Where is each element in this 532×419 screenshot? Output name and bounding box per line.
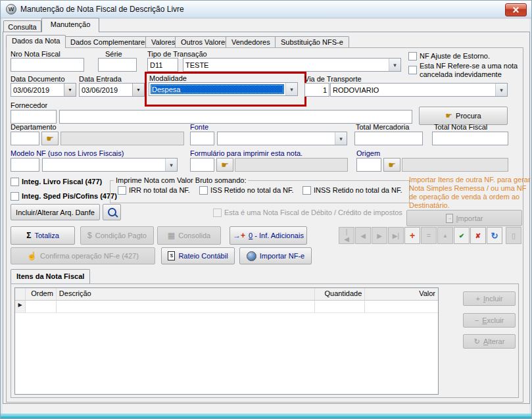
grid-col-quantidade: Quantidade xyxy=(315,288,366,301)
formulario-code-input[interactable] xyxy=(190,158,214,172)
tipo-transacao-code-input[interactable] xyxy=(147,58,178,72)
fornecedor-desc-input[interactable] xyxy=(59,110,412,124)
nf-ajuste-checkbox[interactable] xyxy=(408,52,417,61)
data-documento-picker[interactable]: 03/06/2019 ▼ xyxy=(11,83,76,97)
nav-refresh-icon: ↻ xyxy=(491,231,498,241)
window-bottom-border xyxy=(1,414,531,418)
chevron-down-icon[interactable]: ▾ xyxy=(495,84,507,96)
modalidade-combo[interactable]: Despesa ▾ xyxy=(149,82,298,96)
importar-button[interactable]: → Importar xyxy=(406,210,522,226)
dropdown-arrow-icon[interactable]: ▼ xyxy=(132,84,144,96)
table-row[interactable]: ▶ xyxy=(15,301,438,313)
data-entrada-label: Data Entrada xyxy=(79,75,122,83)
nav-edit-button[interactable]: ▲ xyxy=(437,227,453,244)
formulario-desc-input xyxy=(235,158,348,172)
serie-input[interactable] xyxy=(98,58,137,72)
via-transporte-code-input[interactable] xyxy=(304,83,329,97)
import-doc-icon: → xyxy=(446,214,453,223)
inss-checkbox[interactable] xyxy=(302,186,311,195)
nf-refere-checkbox[interactable] xyxy=(408,66,417,74)
nav-prior-button[interactable]: ◀ xyxy=(355,227,371,244)
nav-refresh-button[interactable]: ↻ xyxy=(487,227,502,244)
modalidade-selected-value: Despesa xyxy=(151,84,284,94)
formulario-lookup-button[interactable]: ☛ xyxy=(216,158,233,172)
import-note: Importar Itens de outra NF. para gerar N… xyxy=(409,176,531,210)
tipo-transacao-combo[interactable]: TESTE ▾ xyxy=(183,58,401,72)
nav-first-button[interactable]: |◀ xyxy=(339,227,354,244)
total-mercadoria-input[interactable] xyxy=(354,132,423,145)
tab-dados-complementares[interactable]: Dados Complementares xyxy=(64,36,155,48)
via-transporte-combo[interactable]: RODOVIARIO ▾ xyxy=(330,83,508,97)
tab-dados-da-nota[interactable]: Dados da Nota xyxy=(6,35,66,48)
nav-cancel-button[interactable]: ✘ xyxy=(470,227,486,244)
integ-livro-checkbox[interactable] xyxy=(11,178,19,186)
chevron-down-icon[interactable]: ▾ xyxy=(285,83,297,95)
integ-sped-label: Integ. Sped Pis/Cofins (477) xyxy=(22,192,117,200)
tab-vendedores[interactable]: Vendedores xyxy=(226,36,276,48)
plus-icon: + xyxy=(476,295,480,303)
nav-exit-button[interactable]: ▯ xyxy=(506,227,521,244)
rateio-contabil-button[interactable]: $ Rateio Contábil xyxy=(161,247,235,264)
iss-checkbox[interactable] xyxy=(199,186,208,195)
nav-cancel-icon: ✘ xyxy=(475,232,481,239)
modelo-nf-label: Modelo NF (uso nos Livros Fiscais) xyxy=(11,149,124,157)
excluir-button[interactable]: − Excluir xyxy=(463,313,516,328)
hand-pointer-icon: ☛ xyxy=(46,134,54,143)
tab-substituicao-nfse[interactable]: Substituição NFS-e xyxy=(275,36,349,48)
alterar-button[interactable]: ↻ Alterar xyxy=(463,334,516,349)
fornecedor-label: Fornecedor xyxy=(11,101,47,109)
departamento-lookup-button[interactable]: ☛ xyxy=(41,132,59,145)
grid-col-valor: Valor xyxy=(365,288,438,301)
tab-consulta[interactable]: Consulta xyxy=(3,20,41,32)
modelo-nf-combo[interactable]: ▾ xyxy=(42,158,178,172)
close-button[interactable] xyxy=(505,3,527,16)
danfe-button[interactable]: Incluir/Alterar Arq. Danfe xyxy=(11,204,100,220)
confirma-nfe-button[interactable]: ☝ Confirma operação NF-e (427) xyxy=(11,247,155,264)
nav-next-button[interactable]: ▶ xyxy=(372,227,387,244)
nav-last-button[interactable]: ▶| xyxy=(388,227,404,244)
chevron-down-icon[interactable]: ▾ xyxy=(335,132,347,145)
data-entrada-picker[interactable]: 03/06/2019 ▼ xyxy=(79,83,145,97)
total-nota-fiscal-input[interactable] xyxy=(432,132,508,145)
fonte-code-input[interactable] xyxy=(190,132,214,145)
irr-label: IRR no total da NF. xyxy=(129,186,190,194)
integ-sped-checkbox[interactable] xyxy=(11,192,19,201)
origem-code-input[interactable] xyxy=(356,158,381,172)
manutencao-panel: Dados da Nota Dados Complementares Valor… xyxy=(3,32,530,404)
incluir-button[interactable]: + Incluir xyxy=(463,291,516,306)
nav-next-icon: ▶ xyxy=(377,232,382,239)
nav-delete-button[interactable]: = xyxy=(421,227,437,244)
nav-insert-button[interactable]: + xyxy=(404,227,420,244)
tab-itens-da-nota-fiscal[interactable]: Itens da Nota Fiscal xyxy=(11,269,90,283)
importar-nfe-button[interactable]: Importar NF-e xyxy=(239,247,312,264)
refresh-icon: ↻ xyxy=(474,337,480,346)
nro-nota-fiscal-input[interactable] xyxy=(11,58,84,72)
fonte-combo[interactable]: ▾ xyxy=(217,132,347,145)
via-transporte-label: Via de Transporte xyxy=(304,75,362,83)
row-marker-icon: ▶ xyxy=(15,301,26,313)
sigma-icon: Σ xyxy=(26,232,31,239)
origem-desc-input xyxy=(402,158,508,172)
inf-adicionais-icon: →+ xyxy=(233,232,245,239)
consolida-button[interactable]: ▦ Consolida xyxy=(157,226,221,245)
titlebar[interactable]: W Manutenção de Nota Fiscal de Descrição… xyxy=(1,1,531,18)
chevron-down-icon[interactable]: ▾ xyxy=(165,159,177,171)
tab-manutencao[interactable]: Manutenção xyxy=(41,18,99,32)
minus-icon: − xyxy=(475,316,479,324)
departamento-label: Departamento xyxy=(11,123,57,131)
modelo-nf-code-input[interactable] xyxy=(11,158,39,172)
fornecedor-code-input[interactable] xyxy=(11,110,57,124)
totaliza-button[interactable]: Σ Totaliza xyxy=(11,226,75,245)
irr-checkbox[interactable] xyxy=(118,186,126,195)
magnifier-icon xyxy=(108,208,116,216)
nav-post-button[interactable]: ✔ xyxy=(454,227,470,244)
dropdown-arrow-icon[interactable]: ▼ xyxy=(64,84,76,96)
search-danfe-button[interactable] xyxy=(103,204,121,220)
chevron-down-icon[interactable]: ▾ xyxy=(389,59,400,71)
procura-button[interactable]: ☛ Procura xyxy=(419,107,508,125)
integ-livro-label: Integ. Livro Fiscal (477) xyxy=(22,178,102,185)
inf-adicionais-button[interactable]: →+ 0 - Inf. Adicionais xyxy=(230,226,307,245)
origem-lookup-button[interactable]: ☛ xyxy=(383,158,400,172)
departamento-code-input[interactable] xyxy=(11,132,39,145)
condicao-pagto-button[interactable]: $ Condição Pagto xyxy=(80,226,154,245)
